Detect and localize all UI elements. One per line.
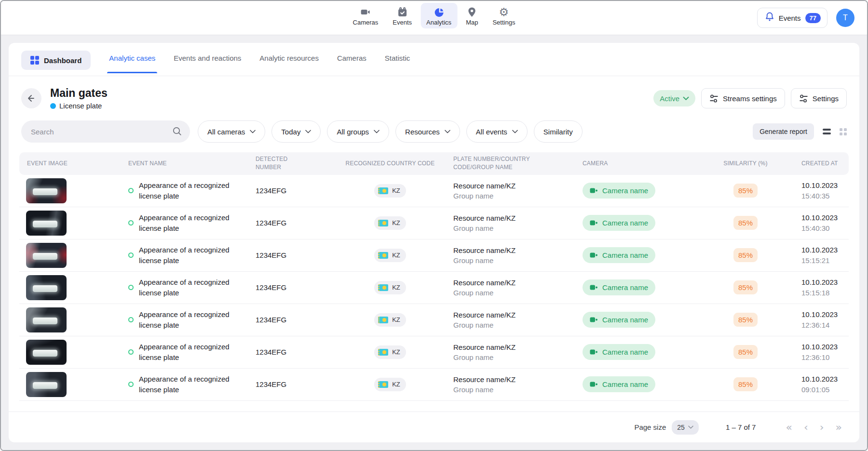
tab-analytic-cases[interactable]: Analytic cases (109, 54, 155, 73)
event-image[interactable] (26, 307, 67, 332)
country-code-cell: KZ (374, 281, 406, 294)
nav-item-map[interactable]: Map (460, 3, 484, 28)
camera-icon (590, 317, 598, 323)
filter-label: Resources (405, 128, 440, 136)
settings-button-label: Settings (813, 94, 839, 103)
nav-item-settings[interactable]: ⚙ Settings (487, 3, 521, 28)
camera-badge[interactable]: Camera name (583, 376, 655, 392)
last-page-icon[interactable]: » (836, 422, 842, 433)
next-page-icon[interactable]: › (820, 422, 824, 433)
filter-resources[interactable]: Resources (395, 120, 460, 143)
table-row[interactable]: Appearance of a recognized license plate… (19, 304, 849, 336)
country-code-cell: KZ (374, 216, 406, 230)
tab-statistic[interactable]: Statistic (385, 54, 410, 73)
event-image-cell (19, 211, 128, 236)
tab-cameras[interactable]: Cameras (337, 54, 366, 73)
nav-label: Map (466, 19, 478, 26)
event-image[interactable] (26, 372, 67, 397)
nav-label: Cameras (353, 19, 379, 26)
plate-group-cell: Resource name/KZ Group name (453, 374, 583, 395)
list-view-icon[interactable] (823, 129, 831, 134)
nav-label: Settings (492, 19, 515, 26)
filter-date[interactable]: Today (271, 120, 321, 143)
event-image[interactable] (26, 340, 67, 365)
table-row[interactable]: Appearance of a recognized license plate… (19, 175, 849, 207)
country-code: KZ (392, 284, 400, 291)
similarity-cell: 85% (733, 280, 758, 294)
camera-badge[interactable]: Camera name (583, 183, 655, 199)
filter-pills: All cameras Today All groups Resources (198, 120, 583, 143)
plate-resource: Resource name/KZ (453, 245, 583, 255)
camera-badge[interactable]: Camera name (583, 247, 655, 263)
camera-name: Camera name (602, 186, 648, 195)
country-code: KZ (392, 348, 400, 356)
settings-button[interactable]: Settings (791, 88, 847, 108)
chevron-down-icon (512, 130, 518, 133)
search-input[interactable] (21, 120, 190, 143)
page-size-select[interactable]: 25 (672, 420, 699, 435)
streams-settings-label: Streams settings (723, 94, 777, 103)
dashboard-button[interactable]: Dashboard (21, 51, 91, 70)
similarity-cell: 85% (733, 377, 758, 391)
event-name-cell: Appearance of a recognized license plate (128, 277, 256, 298)
nav-item-analytics[interactable]: Analytics (420, 3, 457, 28)
plate-group-cell: Resource name/KZ Group name (453, 342, 583, 362)
event-name: Appearance of a recognized license plate (139, 309, 233, 331)
table-row[interactable]: Appearance of a recognized license plate… (19, 272, 849, 304)
camera-cell: Camera name (583, 279, 709, 295)
top-navigation-bar: Cameras Events Analytics Map (1, 1, 867, 35)
streams-settings-button[interactable]: Streams settings (701, 88, 785, 108)
camera-badge[interactable]: Camera name (583, 279, 655, 295)
events-notifications-button[interactable]: Events 77 (757, 8, 827, 28)
group-name: Group name (453, 255, 583, 265)
filter-label: All events (476, 128, 507, 136)
grid-view-icon[interactable] (840, 128, 847, 135)
kz-flag-icon (378, 220, 388, 226)
prev-page-icon[interactable]: ‹ (804, 422, 808, 433)
generate-report-button[interactable]: Generate report (753, 123, 814, 140)
similarity-badge: 85% (733, 280, 758, 294)
created-date: 10.10.2023 (801, 277, 849, 288)
table-row[interactable]: Appearance of a recognized license plate… (19, 239, 849, 272)
event-status-ring-icon (128, 285, 134, 290)
camera-cell: Camera name (583, 215, 709, 231)
filter-all-events[interactable]: All events (466, 120, 528, 143)
page-title: Main gates (50, 87, 108, 100)
table-row[interactable]: Appearance of a recognized license plate… (19, 369, 849, 401)
camera-badge[interactable]: Camera name (583, 344, 655, 360)
event-image-cell (19, 307, 128, 332)
camera-cell: Camera name (583, 344, 709, 360)
first-page-icon[interactable]: « (786, 422, 792, 433)
tab-events-and-reactions[interactable]: Events and reactions (174, 54, 241, 73)
country-code-cell: KZ (374, 345, 406, 359)
camera-badge[interactable]: Camera name (583, 215, 655, 231)
camera-icon (590, 252, 598, 258)
avatar[interactable]: T (836, 9, 854, 27)
event-image[interactable] (26, 275, 67, 300)
filter-label: All groups (337, 128, 369, 136)
filter-all-cameras[interactable]: All cameras (198, 120, 265, 143)
plate-group-cell: Resource name/KZ Group name (453, 181, 583, 201)
nav-item-cameras[interactable]: Cameras (347, 3, 384, 28)
table-row[interactable]: Appearance of a recognized license plate… (19, 336, 849, 369)
filter-similarity[interactable]: Similarity (534, 120, 583, 143)
nav-item-events[interactable]: Events (387, 3, 418, 28)
filter-all-groups[interactable]: All groups (327, 120, 389, 143)
group-name: Group name (453, 385, 583, 395)
event-image[interactable] (26, 243, 67, 268)
similarity-cell: 85% (733, 248, 758, 262)
plate-group-cell: Resource name/KZ Group name (453, 310, 583, 330)
tab-analytic-resources[interactable]: Analytic resources (259, 54, 319, 73)
back-button[interactable] (21, 88, 41, 108)
camera-badge[interactable]: Camera name (583, 312, 655, 328)
country-code-badge: KZ (374, 313, 406, 327)
table-row[interactable]: Appearance of a recognized license plate… (19, 207, 849, 239)
main-nav: Cameras Events Analytics Map (347, 3, 521, 28)
event-image[interactable] (26, 178, 67, 203)
event-image[interactable] (26, 211, 67, 236)
created-date: 10.10.2023 (801, 342, 849, 352)
country-code: KZ (392, 252, 400, 259)
event-name-cell: Appearance of a recognized license plate (128, 374, 256, 395)
status-dropdown[interactable]: Active (653, 90, 695, 106)
similarity-cell: 85% (733, 184, 758, 198)
